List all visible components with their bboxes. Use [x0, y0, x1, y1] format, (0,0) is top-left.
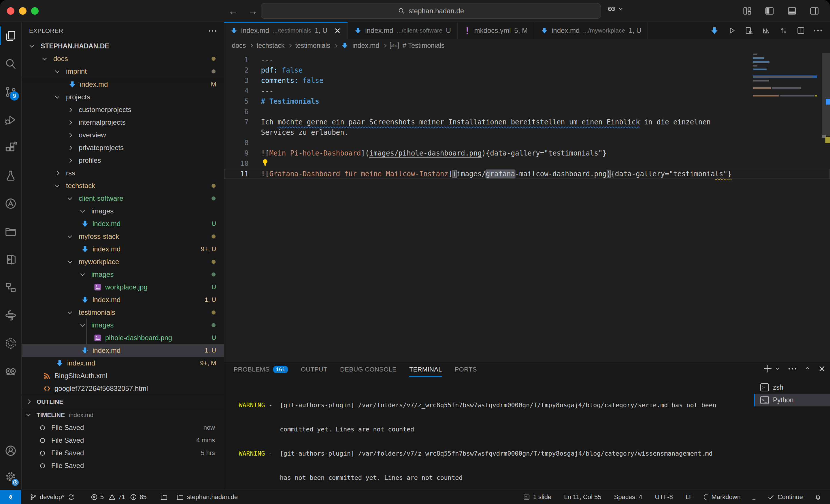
outline-section-header[interactable]: OUTLINE	[22, 395, 224, 408]
toggle-panel-icon[interactable]	[787, 6, 797, 16]
copilot-menu[interactable]	[607, 4, 622, 14]
tab-mkdocs-yml[interactable]: mkdocs.yml 5, M	[458, 22, 534, 39]
workspace-indicator[interactable]: stephan.hadan.de	[172, 490, 242, 504]
close-window-button[interactable]	[7, 7, 14, 15]
toggle-secondary-sidebar-icon[interactable]	[809, 6, 820, 16]
tree-file-myfoss-index[interactable]: index.md9+, U	[22, 243, 224, 256]
encoding-indicator[interactable]: UTF-8	[651, 490, 677, 504]
tree-folder-cs-images[interactable]: images	[22, 205, 224, 217]
exit-door-extension-icon[interactable]	[0, 245, 21, 273]
scrollbar[interactable]	[822, 52, 830, 362]
split-editor-icon[interactable]	[797, 26, 805, 35]
hexagon-extension-icon[interactable]	[0, 329, 21, 357]
terminal-item-python[interactable]: >_ Python	[754, 394, 830, 406]
breadcrumb-item[interactable]: # Testimonials	[403, 42, 444, 49]
breadcrumb-item[interactable]: index.md	[352, 42, 379, 49]
breadcrumb-item[interactable]: testimonials	[295, 42, 330, 49]
tab-terminal[interactable]: TERMINAL	[409, 362, 442, 377]
eol-indicator[interactable]: LF	[681, 490, 697, 504]
lightbulb-icon[interactable]	[261, 158, 269, 166]
extensions-activity-icon[interactable]	[0, 134, 21, 162]
python-extension-icon[interactable]	[0, 301, 21, 329]
tree-folder-privateprojects[interactable]: privateprojects	[22, 141, 224, 154]
tree-folder-overview[interactable]: overview	[22, 129, 224, 141]
panel-more-icon[interactable]	[789, 368, 796, 370]
scrollbar-thumb[interactable]	[822, 53, 830, 136]
close-icon[interactable]	[334, 27, 341, 34]
tree-file-workplace-jpg[interactable]: workplace.jpgU	[22, 281, 224, 294]
accounts-icon[interactable]	[0, 438, 21, 464]
tab-output[interactable]: OUTPUT	[301, 362, 327, 377]
markdown-open-preview-icon[interactable]	[710, 26, 719, 35]
breadcrumb-item[interactable]: docs	[232, 42, 246, 49]
timeline-item[interactable]: File Saved4 mins	[22, 434, 224, 447]
testing-activity-icon[interactable]	[0, 162, 21, 190]
tab-debug-console[interactable]: DEBUG CONSOLE	[340, 362, 396, 377]
run-debug-activity-icon[interactable]	[0, 106, 21, 134]
tree-file-pihole-png[interactable]: pihole-dashboard.pngU	[22, 332, 224, 344]
tree-folder-client-software[interactable]: client-software	[22, 192, 224, 205]
language-mode-indicator[interactable]: Markdown	[700, 490, 744, 504]
timeline-item[interactable]: File Saved	[22, 459, 224, 472]
timeline-item[interactable]: File Savednow	[22, 421, 224, 434]
minimap[interactable]	[753, 54, 821, 99]
notifications-indicator[interactable]	[810, 490, 826, 504]
timeline-section-header[interactable]: TIMELINE index.md	[22, 408, 224, 421]
tab-index-client-software[interactable]: index.md .../client-software U	[348, 22, 457, 39]
terminal-item-zsh[interactable]: >_ zsh	[754, 381, 830, 394]
tree-folder-customerprojects[interactable]: customerprojects	[22, 103, 224, 116]
editor-layout-indicator[interactable]	[156, 490, 172, 504]
tab-index-testimonials[interactable]: index.md .../testimonials 1, U	[224, 22, 348, 39]
tree-file-bingsiteauth[interactable]: BingSiteAuth.xml	[22, 370, 224, 382]
settings-gear-icon[interactable]	[0, 464, 21, 490]
breadcrumb-item[interactable]: techstack	[256, 42, 284, 49]
toggle-primary-sidebar-icon[interactable]	[764, 6, 775, 16]
tree-folder-projects[interactable]: projects	[22, 91, 224, 103]
minimize-window-button[interactable]	[19, 7, 27, 15]
tree-folder-mw-images[interactable]: images	[22, 268, 224, 281]
terminal-dropdown-icon[interactable]	[775, 366, 779, 370]
tree-root[interactable]: STEPHAN.HADAN.DE	[22, 40, 224, 53]
tree-folder-testimonials[interactable]: testimonials	[22, 306, 224, 319]
run-icon[interactable]	[727, 26, 736, 35]
tree-file-imprint-index[interactable]: index.mdM	[22, 78, 224, 91]
tree-folder-techstack[interactable]: techstack	[22, 179, 224, 192]
slides-icon[interactable]	[762, 26, 771, 35]
tree-folder-myfoss-stack[interactable]: myfoss-stack	[22, 230, 224, 243]
tree-file-cs-index[interactable]: index.mdU	[22, 217, 224, 230]
customize-layout-icon[interactable]	[742, 6, 752, 16]
tree-folder-rss[interactable]: rss	[22, 167, 224, 179]
indentation-indicator[interactable]: Spaces: 4	[610, 490, 646, 504]
tree-folder-myworkplace[interactable]: myworkplace	[22, 256, 224, 268]
tree-file-google-html[interactable]: googlef727264f56832057.html	[22, 382, 224, 395]
org-chart-extension-icon[interactable]	[0, 273, 21, 301]
tree-file-mw-index[interactable]: index.md1, U	[22, 294, 224, 306]
timeline-item[interactable]: File Saved5 hrs	[22, 447, 224, 459]
tree-folder-profiles[interactable]: profiles	[22, 154, 224, 167]
tree-file-docs-index[interactable]: index.md9+, M	[22, 357, 224, 370]
copilot-chat-activity-icon[interactable]	[0, 357, 21, 385]
problems-indicator[interactable]: 5 71 85	[87, 490, 151, 504]
close-panel-icon[interactable]	[819, 365, 825, 372]
editor-pane[interactable]: 1--- 2pdf: false 3comments: false 4--- 5…	[224, 52, 830, 362]
continue-indicator[interactable]: Continue	[763, 490, 807, 504]
tree-folder-internalprojects[interactable]: internalprojects	[22, 116, 224, 129]
new-terminal-icon[interactable]	[764, 365, 771, 372]
tab-index-myworkplace[interactable]: index.md .../myworkplace 1, U	[534, 22, 648, 39]
tab-problems[interactable]: PROBLEMS161	[234, 362, 288, 377]
folder-extension-icon[interactable]	[0, 217, 21, 245]
explorer-more-actions-icon[interactable]	[209, 30, 216, 32]
sync-scroll-icon[interactable]	[779, 26, 788, 35]
more-actions-icon[interactable]	[814, 30, 822, 31]
zoom-window-button[interactable]	[31, 7, 39, 15]
tree-folder-docs[interactable]: docs	[22, 53, 224, 65]
slides-indicator[interactable]: 1 slide	[519, 490, 556, 504]
search-activity-icon[interactable]	[0, 50, 21, 78]
terminal-output[interactable]: WARNING - [git-authors-plugin] /var/fold…	[239, 385, 749, 487]
command-center[interactable]: stephan.hadan.de	[261, 3, 601, 19]
tree-folder-imprint[interactable]: imprint	[22, 65, 224, 78]
source-control-activity-icon[interactable]: 9	[0, 78, 21, 106]
cursor-position-indicator[interactable]: Ln 11, Col 55	[560, 490, 605, 504]
forward-icon[interactable]: →	[248, 5, 258, 17]
remote-indicator[interactable]	[0, 490, 21, 504]
